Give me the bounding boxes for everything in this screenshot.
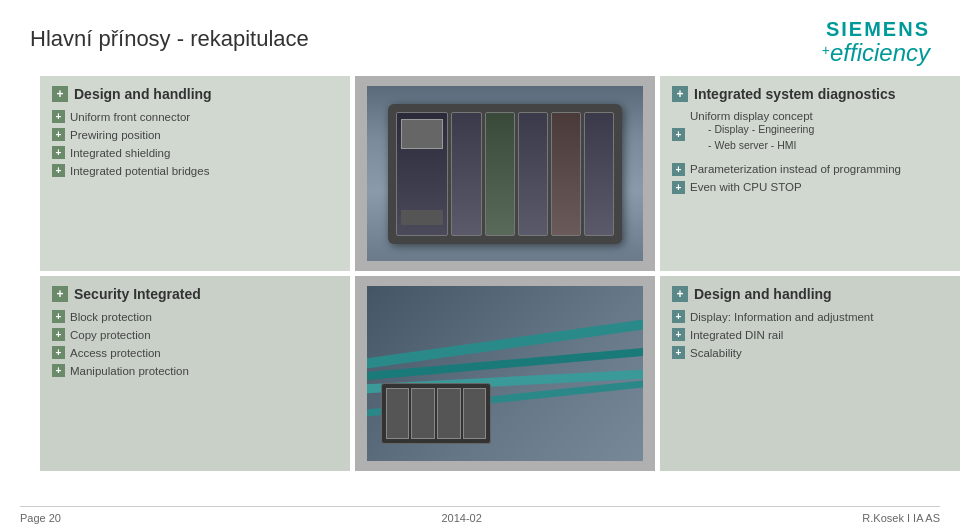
plus-parameterization: + [672,163,685,176]
item-scalability: + Scalability [672,346,958,359]
plus-uniform-display: + [672,128,685,141]
efficiency-label: +efficiency [822,47,930,64]
item-block-protection: + Block protection [52,310,338,323]
siemens-logo: SIEMENS [822,18,930,40]
display-concept-group: Uniform display concept - Display - Engi… [690,110,814,158]
item-access-protection: + Access protection [52,346,338,359]
plc-module-4 [551,112,581,236]
card-title-design: Design and handling [74,86,212,102]
item-cpu-stop: + Even with CPU STOP [672,181,958,194]
cable-visual [367,286,643,461]
card-design-handling: + Design and handling + Uniform front co… [40,76,350,271]
plus-icon-design2: + [672,286,688,302]
footer-page: Page 20 [20,512,61,524]
plus-manipulation: + [52,364,65,377]
plc-module-3 [518,112,548,236]
card-security-integrated: + Security Integrated + Block protection… [40,276,350,471]
page-title: Hlavní přínosy - rekapitulace [30,26,309,52]
footer-date: 2014-02 [441,512,481,524]
card-design-handling-2: + Design and handling + Display: Informa… [660,276,960,471]
plc-main-module [396,112,449,236]
item-potential-bridges: + Integrated potential bridges [52,164,338,177]
plus-block: + [52,310,65,323]
item-copy-protection: + Copy protection [52,328,338,341]
plc-module-1 [451,112,481,236]
logo-area: SIEMENS +efficiency [822,18,930,66]
display-sub-items: - Display - Engineering - Web server - H… [708,122,814,154]
card-header-security: + Security Integrated [52,286,338,302]
plc-visual [367,86,643,261]
plc-module-5 [584,112,614,236]
card-system-diagnostics: + Integrated system diagnostics + Unifor… [660,76,960,271]
card-cable-image [355,276,655,471]
plus-scalability: + [672,346,685,359]
plus-copy: + [52,328,65,341]
item-display-info: + Display: Information and adjustment [672,310,958,323]
card-title-design2: Design and handling [694,286,832,302]
card-title-security: Security Integrated [74,286,201,302]
footer-author: R.Kosek I IA AS [862,512,940,524]
plus-icon-design: + [52,86,68,102]
card-header-design2: + Design and handling [672,286,958,302]
card-header-diagnostics: + Integrated system diagnostics [672,86,958,102]
card-header-design: + Design and handling [52,86,338,102]
plus-cpu-stop: + [672,181,685,194]
item-uniform-display: + Uniform display concept - Display - En… [672,110,958,158]
plus-access: + [52,346,65,359]
page-header: Hlavní přínosy - rekapitulace SIEMENS +e… [0,0,960,76]
item-parameterization: + Parameterization instead of programmin… [672,163,958,176]
connector-grid [382,384,490,443]
item-din-rail: + Integrated DIN rail [672,328,958,341]
plus-icon-diagnostics: + [672,86,688,102]
plus-din-rail: + [672,328,685,341]
card-title-diagnostics: Integrated system diagnostics [694,86,896,102]
plus-shielding: + [52,146,65,159]
item-prewiring: + Prewiring position [52,128,338,141]
main-grid: + Design and handling + Uniform front co… [20,76,940,471]
plc-image-container [367,86,643,261]
card-plc-image [355,76,655,271]
plus-display-info: + [672,310,685,323]
item-manipulation-protection: + Manipulation protection [52,364,338,377]
plc-body [388,104,623,244]
page-footer: Page 20 2014-02 R.Kosek I IA AS [20,506,940,524]
plus-prewiring: + [52,128,65,141]
plus-icon-security: + [52,286,68,302]
connector-box [381,383,491,444]
cable-image-container [367,286,643,461]
main-content: + Design and handling + Uniform front co… [0,76,960,471]
plc-module-2 [485,112,515,236]
plus-potential-bridges: + [52,164,65,177]
item-shielding: + Integrated shielding [52,146,338,159]
item-uniform-front: + Uniform front connector [52,110,338,123]
plus-uniform-front: + [52,110,65,123]
